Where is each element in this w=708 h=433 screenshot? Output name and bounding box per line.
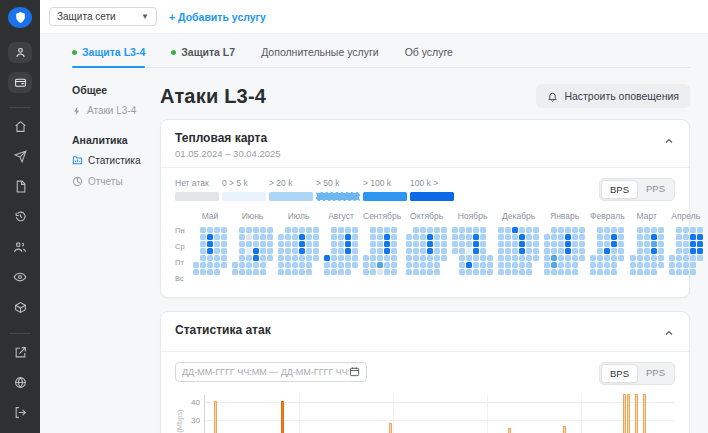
heatmap-cell[interactable] bbox=[651, 262, 657, 268]
heatmap-cell[interactable] bbox=[207, 262, 213, 268]
heatmap-cell[interactable] bbox=[498, 255, 504, 261]
heatmap-cell[interactable] bbox=[526, 255, 532, 261]
heatmap-cell[interactable] bbox=[352, 227, 358, 233]
heatmap-cell[interactable] bbox=[420, 255, 426, 261]
heatmap-cell[interactable] bbox=[221, 255, 227, 261]
heatmap-cell[interactable] bbox=[299, 234, 305, 240]
heatmap-cell[interactable] bbox=[420, 248, 426, 254]
heatmap-cell[interactable] bbox=[260, 255, 266, 261]
heatmap-cell[interactable] bbox=[285, 255, 291, 261]
heatmap-cell[interactable] bbox=[299, 241, 305, 247]
heatmap-cell[interactable] bbox=[260, 227, 266, 233]
heatmap-cell[interactable] bbox=[637, 248, 643, 254]
heatmap-cell[interactable] bbox=[611, 269, 617, 275]
bar[interactable] bbox=[623, 394, 626, 433]
home-nav[interactable] bbox=[8, 117, 32, 136]
heatmap-cell[interactable] bbox=[285, 248, 291, 254]
documents-nav[interactable] bbox=[8, 177, 32, 196]
heatmap-cell[interactable] bbox=[651, 255, 657, 261]
heatmap-cell[interactable] bbox=[239, 241, 245, 247]
heatmap-cell[interactable] bbox=[487, 262, 493, 268]
heatmap-cell[interactable] bbox=[285, 262, 291, 268]
heatmap-cell[interactable] bbox=[338, 248, 344, 254]
heatmap-cell[interactable] bbox=[512, 248, 518, 254]
heatmap-cell[interactable] bbox=[505, 241, 511, 247]
heatmap-cell[interactable] bbox=[618, 255, 624, 261]
heatmap-cell[interactable] bbox=[505, 269, 511, 275]
monitoring-nav[interactable] bbox=[8, 267, 32, 286]
heatmap-cell[interactable] bbox=[370, 255, 376, 261]
heatmap-cell[interactable] bbox=[690, 227, 696, 233]
heatmap-cell[interactable] bbox=[565, 255, 571, 261]
heatmap-cell[interactable] bbox=[597, 241, 603, 247]
heatmap-cell[interactable] bbox=[579, 248, 585, 254]
heatmap-cell[interactable] bbox=[683, 255, 689, 261]
heatmap-cell[interactable] bbox=[427, 241, 433, 247]
heatmap-cell[interactable] bbox=[512, 269, 518, 275]
heatmap-cell[interactable] bbox=[331, 255, 337, 261]
heatmap-cell[interactable] bbox=[239, 234, 245, 240]
heatmap-cell[interactable] bbox=[441, 241, 447, 247]
heatmap-cell[interactable] bbox=[558, 248, 564, 254]
heatmap-cell[interactable] bbox=[253, 248, 259, 254]
heatmap-cell[interactable] bbox=[669, 255, 675, 261]
heatmap-cell[interactable] bbox=[519, 269, 525, 275]
heatmap-cell[interactable] bbox=[565, 227, 571, 233]
heatmap-cell[interactable] bbox=[551, 241, 557, 247]
heatmap-cell[interactable] bbox=[331, 248, 337, 254]
heatmap-cell[interactable] bbox=[466, 255, 472, 261]
bar[interactable] bbox=[643, 394, 646, 433]
heatmap-cell[interactable] bbox=[551, 234, 557, 240]
heatmap-cell[interactable] bbox=[466, 248, 472, 254]
heatmap-cell[interactable] bbox=[370, 269, 376, 275]
heatmap-cell[interactable] bbox=[345, 262, 351, 268]
heatmap-cell[interactable] bbox=[246, 248, 252, 254]
heatmap-cell[interactable] bbox=[597, 234, 603, 240]
heatmap-cell[interactable] bbox=[558, 241, 564, 247]
date-range-input[interactable] bbox=[182, 367, 349, 377]
heatmap-cell[interactable] bbox=[597, 269, 603, 275]
heatmap-cell[interactable] bbox=[278, 248, 284, 254]
heatmap-cell[interactable] bbox=[427, 248, 433, 254]
heatmap-cell[interactable] bbox=[579, 241, 585, 247]
heatmap-cell[interactable] bbox=[637, 234, 643, 240]
heatmap-cell[interactable] bbox=[498, 248, 504, 254]
heatmap-cell[interactable] bbox=[480, 234, 486, 240]
heatmap-cell[interactable] bbox=[246, 255, 252, 261]
heatmap-cell[interactable] bbox=[292, 227, 298, 233]
heatmap-cell[interactable] bbox=[260, 248, 266, 254]
heatmap-cell[interactable] bbox=[207, 248, 213, 254]
heatmap-cell[interactable] bbox=[338, 241, 344, 247]
heatmap-cell[interactable] bbox=[299, 255, 305, 261]
heatmap-cell[interactable] bbox=[207, 234, 213, 240]
heatmap-cell[interactable] bbox=[313, 248, 319, 254]
heatmap-cell[interactable] bbox=[526, 234, 532, 240]
heatmap-cell[interactable] bbox=[480, 262, 486, 268]
heatmap-cell[interactable] bbox=[239, 269, 245, 275]
heatmap-cell[interactable] bbox=[572, 241, 578, 247]
heatmap-cell[interactable] bbox=[690, 241, 696, 247]
heatmap-cell[interactable] bbox=[420, 241, 426, 247]
heatmap-cell[interactable] bbox=[246, 234, 252, 240]
heatmap-cell[interactable] bbox=[391, 227, 397, 233]
heatmap-cell[interactable] bbox=[572, 234, 578, 240]
heatmap-cell[interactable] bbox=[267, 248, 273, 254]
heatmap-cell[interactable] bbox=[683, 234, 689, 240]
heatmap-cell[interactable] bbox=[214, 234, 220, 240]
heatmap-cell[interactable] bbox=[434, 227, 440, 233]
heatmap-cell[interactable] bbox=[278, 269, 284, 275]
heatmap-cell[interactable] bbox=[345, 269, 351, 275]
tab-additional-services[interactable]: Дополнительные услуги bbox=[261, 46, 379, 67]
heatmap-cell[interactable] bbox=[384, 255, 390, 261]
heatmap-cell[interactable] bbox=[313, 241, 319, 247]
heatmap-cell[interactable] bbox=[658, 262, 664, 268]
heatmap-cell[interactable] bbox=[427, 262, 433, 268]
heatmap-cell[interactable] bbox=[452, 248, 458, 254]
heatmap-cell[interactable] bbox=[377, 262, 383, 268]
heatmap-cell[interactable] bbox=[313, 255, 319, 261]
heatmap-cell[interactable] bbox=[370, 241, 376, 247]
heatmap-cell[interactable] bbox=[611, 255, 617, 261]
heatmap-cell[interactable] bbox=[519, 262, 525, 268]
heatmap-cell[interactable] bbox=[551, 227, 557, 233]
heatmap-cell[interactable] bbox=[267, 241, 273, 247]
